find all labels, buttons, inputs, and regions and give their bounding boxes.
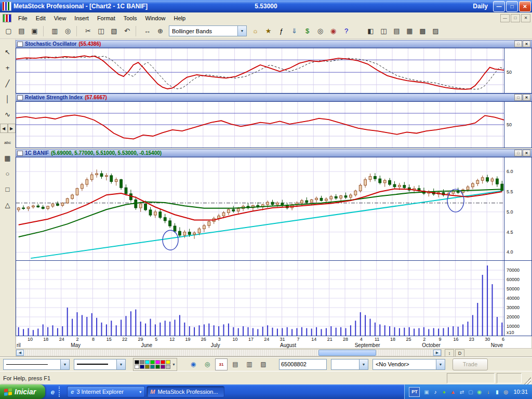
undo-icon[interactable]: ↶ [121, 25, 134, 37]
color-swatch[interactable] [161, 365, 165, 369]
zoom-icon[interactable]: ⊕ [154, 25, 167, 37]
chevron-down-icon[interactable]: ▼ [116, 360, 125, 369]
cut-icon[interactable]: ✂ [82, 25, 95, 37]
annotation-circle[interactable] [163, 230, 178, 250]
line-weight-combo[interactable]: ▼ [74, 359, 126, 370]
panel-restore-button[interactable]: □ [514, 150, 522, 156]
stochastic-panel-titlebar[interactable]: Stochastic Oscillator (55.4386) □ ✕ [16, 40, 532, 48]
panel-restore-button[interactable]: □ [514, 41, 522, 47]
pointer-tool[interactable]: ↖ [2, 46, 14, 58]
antivirus-icon[interactable]: ● [440, 388, 448, 396]
task-metastock[interactable]: MMetaStock Profession... [147, 386, 224, 397]
vendor-combo[interactable]: <No Vendor> ▼ [373, 359, 445, 370]
vertical-scale-button[interactable]: ↕ [445, 349, 454, 357]
arrange-icons-icon[interactable]: ▦ [403, 25, 416, 37]
maximize-button[interactable]: □ [506, 1, 518, 12]
panel-restore-button[interactable]: □ [514, 94, 522, 101]
scrollbar-thumb[interactable] [318, 350, 376, 356]
menu-edit[interactable]: Edit [32, 14, 50, 23]
scrollbar-track[interactable] [24, 350, 433, 356]
power-icon[interactable]: ▮ [493, 388, 501, 396]
color-swatch[interactable] [161, 360, 165, 364]
color-swatch[interactable] [145, 365, 150, 369]
rsi-plot[interactable] [16, 102, 504, 148]
account-number-input[interactable] [279, 359, 327, 370]
minimize-button[interactable]: — [493, 1, 505, 12]
menu-view[interactable]: View [50, 14, 71, 23]
panel-close-button[interactable]: ✕ [523, 94, 530, 101]
menu-insert[interactable]: Insert [70, 14, 93, 23]
chevron-down-icon[interactable]: ▼ [172, 363, 176, 366]
candlestick-plot[interactable] [16, 157, 504, 260]
periodicity-daily-button[interactable]: D [455, 349, 464, 357]
scroll-left-arrow[interactable]: ◀ [16, 350, 24, 356]
title-bar[interactable]: MetaStock Professional - [Chart2 - 1C BA… [0, 0, 532, 12]
chevron-down-icon[interactable]: ▼ [436, 360, 445, 369]
calendar-icon[interactable]: 31 [215, 358, 228, 370]
color-swatch[interactable] [140, 365, 144, 369]
online-globe-icon[interactable]: ◉ [187, 358, 200, 370]
price-panel-titlebar[interactable]: 1C BANIF (5.69000, 5.77000, 5.51000, 5.5… [16, 149, 532, 157]
print-icon[interactable]: ▥ [48, 25, 61, 37]
color-swatch[interactable] [135, 365, 139, 369]
symbol-combo[interactable]: ▼ [331, 359, 368, 370]
color-swatch[interactable] [166, 365, 170, 369]
color-swatch[interactable] [150, 365, 155, 369]
zigzag-tool[interactable]: ∿ [2, 108, 14, 121]
security-shield-icon[interactable]: ▲ [449, 388, 457, 396]
stochastic-plot[interactable] [16, 48, 504, 93]
quickstart-icon[interactable]: ☼ [249, 25, 262, 37]
trendline-tool[interactable]: ╱ [2, 77, 14, 89]
ie-quicklaunch-icon[interactable]: e [48, 388, 57, 396]
paste-icon[interactable]: ▧ [108, 25, 121, 37]
color-swatch[interactable] [140, 360, 144, 364]
menu-format[interactable]: Format [93, 14, 119, 23]
remote-desktop-icon[interactable]: ▣ [422, 388, 430, 396]
scroll-right-arrow[interactable]: ▶ [433, 350, 441, 356]
close-button[interactable]: ✕ [519, 1, 531, 12]
menu-tools[interactable]: Tools [119, 14, 141, 23]
cascade-windows-icon[interactable]: ◧ [364, 25, 377, 37]
child-minimize-button[interactable]: — [500, 14, 510, 22]
trade-button[interactable]: Trade [453, 358, 488, 370]
rsi-panel-titlebar[interactable]: Relative Strength Index (57.6667) □ ✕ [16, 94, 532, 101]
expert-advisor-icon[interactable]: ★ [262, 25, 275, 37]
open-icon[interactable]: ▤ [15, 25, 28, 37]
taskbar-clock[interactable]: 10:31 [513, 389, 528, 395]
explorer-icon[interactable]: ◎ [314, 25, 327, 37]
grid-tool[interactable]: ▦ [2, 152, 14, 164]
display-settings-icon[interactable]: ▢ [467, 388, 474, 396]
move-chart-icon[interactable]: ↔ [141, 25, 154, 37]
copy-icon[interactable]: ◫ [95, 25, 108, 37]
menu-help[interactable]: Help [170, 14, 190, 23]
layout-mixed-icon[interactable]: ▨ [429, 25, 442, 37]
color-swatch[interactable] [166, 360, 170, 364]
system-tester-icon[interactable]: $ [301, 25, 314, 37]
color-swatch[interactable] [145, 360, 150, 364]
messenger-icon[interactable]: ◉ [475, 388, 483, 396]
layout-grid-icon[interactable]: ▩ [416, 25, 429, 37]
rectangle-tool[interactable]: □ [2, 183, 14, 195]
chevron-down-icon[interactable]: ▼ [237, 26, 246, 36]
horizontal-scrollbar[interactable]: ◀ ▶ [16, 349, 442, 356]
indicator-quicklist-combo[interactable]: Bollinger Bands ▼ [169, 25, 247, 36]
menu-file[interactable]: File [14, 14, 32, 23]
task-internet-explorer[interactable]: e3 Internet Explorer▾ [67, 386, 145, 397]
child-close-button[interactable]: ✕ [521, 14, 530, 22]
security-manager-icon[interactable]: ◉ [327, 25, 340, 37]
scroll-left-tool[interactable]: ◀ [0, 124, 8, 133]
color-swatch[interactable] [135, 360, 139, 364]
menu-window[interactable]: Window [141, 14, 169, 23]
chevron-down-icon[interactable]: ▼ [60, 360, 69, 369]
scroll-right-tool[interactable]: ▶ [8, 124, 16, 133]
vertical-line-tool[interactable]: │ [2, 92, 14, 105]
resize-grip[interactable] [524, 377, 531, 384]
web-browser-icon[interactable]: ◎ [201, 358, 214, 370]
context-help-icon[interactable]: ? [340, 25, 353, 37]
tile-horizontal-icon[interactable]: ◫ [377, 25, 390, 37]
color-picker-button[interactable]: ▼ [133, 358, 177, 371]
network-icon[interactable]: ⇄ [458, 388, 466, 396]
indicator-builder-icon[interactable]: ƒ [275, 25, 288, 37]
line-style-combo[interactable]: ▼ [3, 359, 70, 370]
sync-icon[interactable]: ◎ [502, 388, 510, 396]
